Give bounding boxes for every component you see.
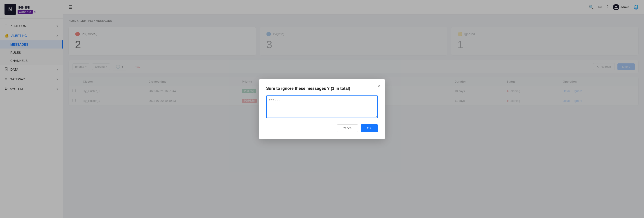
ok-button[interactable]: OK — [361, 124, 378, 132]
cancel-button[interactable]: Cancel — [337, 124, 358, 132]
ignore-modal: Sure to ignore these messages ? (1 in to… — [259, 79, 385, 139]
modal-reason-input[interactable] — [266, 95, 378, 118]
modal-overlay: Sure to ignore these messages ? (1 in to… — [0, 0, 644, 218]
modal-title: Sure to ignore these messages ? (1 in to… — [266, 86, 378, 91]
modal-close-button[interactable]: × — [378, 83, 380, 88]
